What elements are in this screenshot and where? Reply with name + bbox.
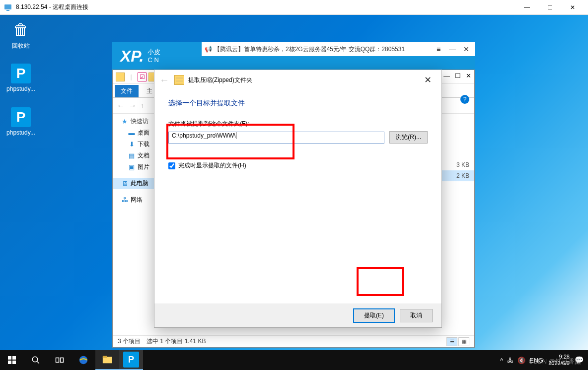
explorer-minimize-button[interactable]: — — [443, 72, 450, 79]
svg-line-7 — [37, 361, 39, 364]
ribbon-tab-file[interactable]: 文件 — [115, 85, 139, 97]
file-size-1: 3 KB — [440, 159, 474, 170]
tray-notification-icon[interactable]: 💬 — [575, 356, 584, 365]
taskbar-date: 2022/6/9 — [548, 360, 570, 367]
svg-point-6 — [32, 357, 38, 362]
status-item-count: 3 个项目 — [118, 337, 141, 346]
status-selected-info: 选中 1 个项目 1.41 KB — [147, 337, 206, 346]
file-size-2: 2 KB — [440, 170, 474, 181]
recycle-bin-label: 回收站 — [2, 42, 40, 50]
xpcn-subtitle: 小皮C N — [147, 48, 160, 64]
dialog-footer: 提取(E) 取消 — [154, 303, 441, 327]
extract-button[interactable]: 提取(E) — [353, 308, 395, 323]
svg-rect-11 — [103, 357, 112, 364]
explorer-close-button[interactable]: ✕ — [466, 72, 471, 79]
taskbar-clock[interactable]: 9:28 2022/6/9 — [548, 354, 570, 367]
remote-desktop: 回收站 P phpstudy... P phpstudy... XP. 小皮C … — [0, 15, 588, 370]
cancel-button[interactable]: 取消 — [400, 309, 433, 322]
svg-rect-4 — [8, 361, 11, 364]
dialog-close-button[interactable]: ✕ — [419, 73, 437, 87]
tray-volume-icon[interactable]: 🔇 — [517, 357, 525, 364]
svg-rect-1 — [6, 10, 9, 11]
explorer-maximize-button[interactable]: ☐ — [455, 72, 461, 79]
xpcn-close-button[interactable]: ✕ — [461, 44, 472, 55]
svg-rect-5 — [12, 361, 16, 364]
view-icons-button[interactable]: ▦ — [458, 337, 469, 346]
xpcn-header: XP. 小皮C N 📢 【腾讯云】首单特惠秒杀，2核2G云服务器45元/年 交流… — [112, 42, 475, 70]
taskbar-time: 9:28 — [548, 354, 570, 360]
svg-rect-8 — [56, 358, 59, 363]
qat-checkbox-icon[interactable]: ☑ — [138, 73, 147, 81]
qat-separator: | — [127, 73, 136, 81]
picture-icon: ▣ — [128, 163, 136, 171]
browse-button[interactable]: 浏览(R)... — [389, 131, 428, 144]
desktop-icon: ▬ — [128, 129, 136, 137]
show-files-checkbox[interactable] — [168, 162, 175, 169]
extract-path-input[interactable]: C:\phpstudy_pro\WWW\ — [168, 132, 384, 144]
xpcn-notice-text: 【腾讯云】首单特惠秒杀，2核2G云服务器45元/年 交流QQ群：2805531 — [214, 45, 433, 54]
taskbar: P ^ 🖧 🔇 ENG 9:28 2022/6/9 💬 CSDN @红日香薰 — [0, 350, 588, 370]
phpstudy-shortcut-1[interactable]: P phpstudy... — [2, 64, 40, 92]
dialog-title: 提取压缩(Zipped)文件夹 — [188, 76, 419, 84]
phpstudy-label-2: phpstudy... — [2, 129, 40, 136]
rdp-close-button[interactable]: ✕ — [561, 0, 584, 15]
rdp-maximize-button[interactable]: ☐ — [538, 0, 561, 15]
extract-path-value: C:\phpstudy_pro\WWW\ — [172, 132, 236, 139]
document-icon: ▤ — [128, 152, 136, 160]
help-icon[interactable]: ? — [460, 95, 469, 104]
taskbar-phpstudy-button[interactable]: P — [119, 350, 143, 370]
rdp-icon — [4, 3, 12, 11]
dialog-heading: 选择一个目标并提取文件 — [168, 99, 428, 108]
rdp-window-title: 8.130.22.54 - 远程桌面连接 — [16, 3, 515, 11]
rdp-titlebar: 8.130.22.54 - 远程桌面连接 — ☐ ✕ — [0, 0, 588, 15]
phpstudy-shortcut-2[interactable]: P phpstudy... — [2, 107, 40, 136]
svg-rect-3 — [12, 356, 16, 360]
start-button[interactable] — [0, 350, 24, 370]
phpstudy-label-1: phpstudy... — [2, 85, 40, 92]
trash-icon — [11, 20, 31, 40]
tray-language[interactable]: ENG — [529, 357, 543, 364]
tray-network-icon[interactable]: 🖧 — [507, 357, 514, 364]
dialog-titlebar: ← 提取压缩(Zipped)文件夹 ✕ — [154, 70, 441, 90]
folder-icon[interactable] — [116, 73, 125, 81]
download-icon: ⬇ — [128, 141, 136, 148]
svg-rect-0 — [4, 4, 11, 9]
extract-zip-dialog: ← 提取压缩(Zipped)文件夹 ✕ 选择一个目标并提取文件 文件将被提取到这… — [154, 70, 442, 328]
phpstudy-icon: P — [11, 64, 31, 83]
taskbar-ie-button[interactable] — [72, 350, 95, 370]
svg-rect-12 — [103, 356, 107, 358]
xpcn-app-window: XP. 小皮C N 📢 【腾讯云】首单特惠秒杀，2核2G云服务器45元/年 交流… — [112, 42, 475, 70]
rdp-minimize-button[interactable]: — — [515, 0, 538, 15]
xpcn-topbar: 📢 【腾讯云】首单特惠秒杀，2核2G云服务器45元/年 交流QQ群：280553… — [202, 42, 475, 56]
phpstudy-icon: P — [11, 107, 31, 127]
speaker-icon: 📢 — [205, 46, 212, 53]
zip-folder-icon — [174, 75, 184, 85]
xpcn-logo: XP. — [120, 47, 144, 66]
svg-rect-2 — [8, 356, 11, 360]
nav-up-icon[interactable]: ↑ — [141, 102, 144, 109]
tray-chevron-icon[interactable]: ^ — [500, 357, 503, 364]
svg-rect-9 — [61, 358, 64, 363]
network-icon: 🖧 — [121, 196, 129, 204]
view-details-button[interactable]: ☰ — [446, 337, 457, 346]
show-files-checkbox-row[interactable]: 完成时显示提取的文件(H) — [168, 161, 428, 170]
explorer-size-column: 3 KB 2 KB — [440, 110, 474, 181]
nav-forward-icon[interactable]: → — [129, 101, 137, 110]
star-icon: ★ — [121, 118, 129, 126]
extract-path-label: 文件将被提取到这个文件夹(F): — [168, 120, 428, 128]
taskbar-explorer-button[interactable] — [95, 350, 119, 370]
recycle-bin-icon[interactable]: 回收站 — [2, 20, 40, 50]
nav-back-icon[interactable]: ← — [117, 101, 125, 110]
show-files-checkbox-label: 完成时显示提取的文件(H) — [178, 161, 246, 170]
taskbar-taskview-button[interactable] — [48, 350, 72, 370]
explorer-statusbar: 3 个项目 选中 1 个项目 1.41 KB ☰ ▦ — [113, 335, 474, 347]
system-tray: ^ 🖧 🔇 ENG 9:28 2022/6/9 💬 — [500, 354, 588, 367]
computer-icon: 🖥 — [121, 180, 129, 188]
rdp-window-controls: — ☐ ✕ — [515, 0, 584, 15]
xpcn-minimize-button[interactable]: — — [447, 44, 458, 55]
xpcn-menu-button[interactable]: ≡ — [433, 44, 444, 55]
dialog-back-icon[interactable]: ← — [159, 74, 169, 86]
taskbar-search-button[interactable] — [24, 350, 48, 370]
